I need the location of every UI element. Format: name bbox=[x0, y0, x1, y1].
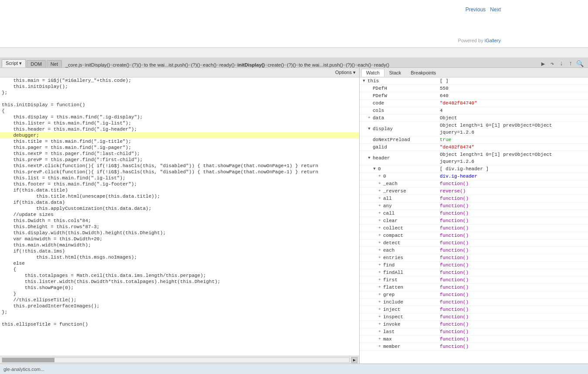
expand-button[interactable]: + bbox=[377, 203, 382, 209]
previous-link[interactable]: Previous bbox=[466, 7, 486, 13]
expand-button[interactable]: + bbox=[377, 263, 382, 268]
expand-button[interactable]: ▼ bbox=[361, 78, 367, 84]
tab-net[interactable]: Net bbox=[47, 60, 62, 67]
expand-button[interactable]: + bbox=[377, 189, 382, 194]
watch-row[interactable]: +invokefunction() bbox=[360, 321, 588, 328]
play-icon[interactable]: ▶ bbox=[539, 60, 547, 67]
igallery-link[interactable]: iGallery bbox=[485, 38, 501, 43]
watch-row[interactable]: +collectfunction() bbox=[360, 225, 588, 232]
step-out-icon[interactable]: ↑ bbox=[567, 60, 574, 67]
expand-button[interactable]: + bbox=[377, 292, 382, 297]
expand-button[interactable]: + bbox=[377, 329, 382, 334]
watch-row[interactable]: +dataObject bbox=[360, 115, 588, 122]
expand-button[interactable]: ▼ bbox=[367, 155, 372, 161]
watch-key: +flatten bbox=[361, 284, 440, 291]
expand-button[interactable]: + bbox=[377, 277, 382, 283]
watch-row[interactable]: +findAllfunction() bbox=[360, 269, 588, 276]
code-area[interactable]: this.main = iG$j("#iGallery_"+this.code)… bbox=[0, 77, 359, 356]
expand-button[interactable]: + bbox=[377, 337, 382, 342]
scrollbar-thumb[interactable] bbox=[2, 358, 54, 362]
expand-button[interactable]: + bbox=[377, 307, 382, 312]
watch-row[interactable]: PDefH550 bbox=[360, 85, 588, 92]
expand-button[interactable]: + bbox=[377, 300, 382, 305]
watch-row[interactable]: PDefW640 bbox=[360, 92, 588, 100]
watch-row[interactable]: +maxfunction() bbox=[360, 336, 588, 343]
watch-key-label: each bbox=[383, 247, 394, 254]
watch-key: +any bbox=[361, 202, 440, 209]
expand-button[interactable]: + bbox=[377, 174, 382, 179]
watch-row[interactable]: +eachfunction() bbox=[360, 247, 588, 254]
step-into-icon[interactable]: ↓ bbox=[557, 60, 565, 67]
watch-row[interactable]: +flattenfunction() bbox=[360, 284, 588, 291]
code-line: this.pager = this.main.find(".ig-pager")… bbox=[0, 145, 359, 151]
step-over-icon[interactable]: ↷ bbox=[548, 60, 556, 67]
watch-row[interactable]: +injectfunction() bbox=[360, 306, 588, 313]
scroll-right-button[interactable]: ▶ bbox=[351, 357, 357, 363]
options-button[interactable]: Options ▾ bbox=[333, 69, 357, 76]
watch-row[interactable]: +anyfunction() bbox=[360, 202, 588, 210]
watch-row[interactable]: +entriesfunction() bbox=[360, 254, 588, 262]
watch-row[interactable]: +clearfunction() bbox=[360, 217, 588, 225]
expand-button[interactable]: + bbox=[377, 211, 382, 216]
next-link[interactable]: Next bbox=[490, 7, 501, 13]
expand-button[interactable]: + bbox=[377, 181, 382, 186]
watch-row[interactable]: +includefunction() bbox=[360, 299, 588, 306]
watch-row[interactable]: ▼headerObject length=1 0=[1] prevObject=… bbox=[360, 151, 588, 165]
watch-row[interactable]: +memberfunction() bbox=[360, 343, 588, 350]
expand-button[interactable]: + bbox=[377, 285, 382, 290]
code-scroll-area: this.main = iG$j("#iGallery_"+this.code)… bbox=[0, 77, 359, 356]
expand-button[interactable]: + bbox=[377, 233, 382, 238]
watch-key: +detect bbox=[361, 239, 440, 246]
code-line bbox=[0, 96, 359, 102]
expand-button[interactable]: + bbox=[377, 196, 382, 201]
expand-button[interactable]: + bbox=[377, 314, 382, 320]
expand-button[interactable]: + bbox=[377, 255, 382, 260]
code-line-text: if(this.data.title) bbox=[0, 187, 70, 193]
tab-script[interactable]: Script ▾ bbox=[2, 59, 26, 67]
watch-row[interactable]: +grepfunction() bbox=[360, 291, 588, 299]
watch-row[interactable]: +findfunction() bbox=[360, 262, 588, 269]
watch-row[interactable]: +detectfunction() bbox=[360, 239, 588, 247]
watch-row[interactable]: +callfunction() bbox=[360, 210, 588, 217]
expand-button[interactable]: + bbox=[377, 226, 382, 231]
watch-row[interactable]: doNextPreloadtrue bbox=[360, 136, 588, 144]
expand-button[interactable]: + bbox=[377, 248, 382, 253]
watch-row[interactable]: +allfunction() bbox=[360, 195, 588, 202]
watch-key-label: include bbox=[383, 299, 403, 306]
expand-button[interactable]: ▼ bbox=[367, 126, 372, 131]
bc-item-1: initDisplay() bbox=[85, 62, 110, 67]
tab-dom[interactable]: DOM bbox=[27, 60, 46, 67]
expand-button[interactable]: + bbox=[377, 322, 382, 327]
watch-row[interactable]: +compactfunction() bbox=[360, 232, 588, 239]
watch-value: function() bbox=[440, 321, 586, 328]
tab-stack[interactable]: Stack bbox=[384, 69, 406, 77]
watch-row[interactable]: +firstfunction() bbox=[360, 276, 588, 284]
watch-row[interactable]: +_eachfunction() bbox=[360, 180, 588, 188]
expand-button[interactable]: + bbox=[367, 115, 372, 121]
expand-button[interactable]: + bbox=[377, 344, 382, 349]
watch-row[interactable]: code"de482f84740" bbox=[360, 100, 588, 107]
expand-button[interactable]: + bbox=[377, 270, 382, 275]
horizontal-scrollbar[interactable] bbox=[2, 357, 350, 363]
expand-button[interactable]: + bbox=[377, 240, 382, 246]
watch-row[interactable]: galid"de482f8474" bbox=[360, 144, 588, 151]
code-line-text: this.display.width(this.Dwidth).height(t… bbox=[0, 230, 167, 236]
tab-breakpoints[interactable]: Breakpoints bbox=[406, 69, 441, 77]
watch-row[interactable]: +_reversereverse() bbox=[360, 188, 588, 195]
watch-key-label: find bbox=[383, 262, 394, 269]
watch-row[interactable]: +0div.ig-header bbox=[360, 173, 588, 180]
watch-content[interactable]: ▼this[ ]PDefH550PDefW640code"de482f84740… bbox=[360, 77, 588, 364]
watch-row[interactable]: ▼this[ ] bbox=[360, 77, 588, 85]
watch-row[interactable]: ▼0[ div.ig-header ] bbox=[360, 165, 588, 173]
expand-button[interactable]: ▼ bbox=[372, 166, 377, 172]
watch-row[interactable]: +inspectfunction() bbox=[360, 313, 588, 321]
watch-row[interactable]: ▼displayObject length=1 0=[1] prevObject… bbox=[360, 122, 588, 136]
code-line: }; bbox=[0, 309, 359, 315]
expand-button[interactable]: + bbox=[377, 218, 382, 223]
watch-value: 4 bbox=[440, 107, 586, 114]
tab-watch[interactable]: Watch bbox=[361, 69, 384, 77]
search-icon[interactable]: 🔍 bbox=[576, 60, 584, 67]
watch-row[interactable]: cols4 bbox=[360, 107, 588, 115]
watch-row[interactable]: +lastfunction() bbox=[360, 328, 588, 336]
watch-value: function() bbox=[440, 328, 586, 335]
